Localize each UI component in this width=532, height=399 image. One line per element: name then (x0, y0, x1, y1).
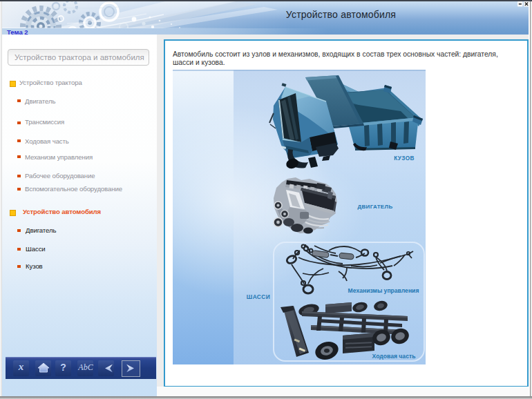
svg-text:Механизмы управления: Механизмы управления (348, 287, 419, 294)
svg-text:Ходовая часть: Ходовая часть (372, 353, 416, 360)
svg-text:ДВИГАТЕЛЬ: ДВИГАТЕЛЬ (358, 204, 393, 210)
svg-text:КУЗОВ: КУЗОВ (394, 155, 415, 162)
svg-text:ШАССИ: ШАССИ (247, 293, 270, 300)
